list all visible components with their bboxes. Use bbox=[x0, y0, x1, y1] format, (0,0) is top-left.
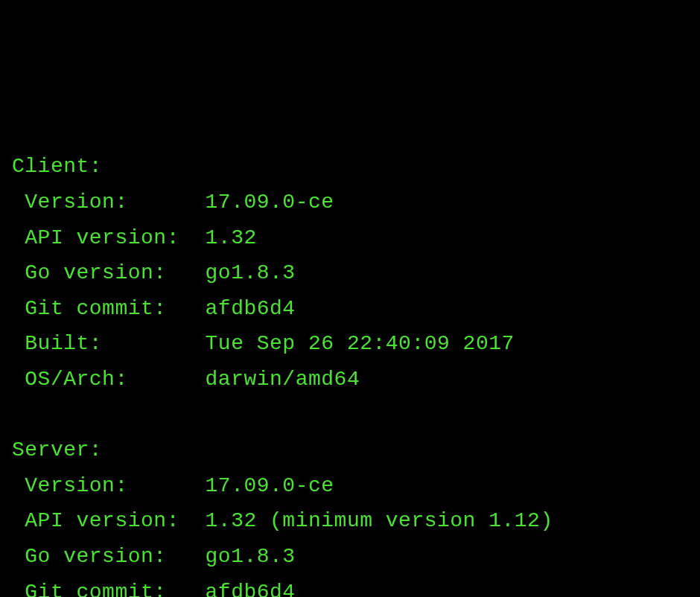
server-api-version-value: 1.32 (minimum version 1.12) bbox=[206, 509, 553, 532]
server-go-version-value: go1.8.3 bbox=[206, 545, 296, 568]
server-go-version-label: Go version: bbox=[12, 545, 206, 568]
server-api-version-label: API version: bbox=[12, 509, 206, 532]
client-os-arch-label: OS/Arch: bbox=[12, 368, 206, 391]
server-git-commit-value: afdb6d4 bbox=[206, 581, 296, 598]
server-git-commit-label: Git commit: bbox=[12, 581, 206, 598]
client-built-label: Built: bbox=[12, 332, 206, 355]
server-version-value: 17.09.0-ce bbox=[206, 474, 334, 497]
terminal-output: Client: Version: 17.09.0-ce API version:… bbox=[12, 149, 688, 597]
client-api-version-value: 1.32 bbox=[206, 226, 257, 249]
client-go-version-value: go1.8.3 bbox=[206, 261, 296, 284]
client-git-commit-label: Git commit: bbox=[12, 297, 206, 320]
client-git-commit-value: afdb6d4 bbox=[206, 297, 296, 320]
client-version-value: 17.09.0-ce bbox=[206, 191, 334, 214]
client-go-version-label: Go version: bbox=[12, 261, 206, 284]
client-api-version-label: API version: bbox=[12, 226, 206, 249]
client-version-label: Version: bbox=[12, 191, 206, 214]
client-os-arch-value: darwin/amd64 bbox=[206, 368, 360, 391]
server-header: Server: bbox=[12, 438, 102, 462]
server-version-label: Version: bbox=[12, 474, 206, 497]
client-header: Client: bbox=[12, 155, 102, 178]
client-built-value: Tue Sep 26 22:40:09 2017 bbox=[206, 332, 515, 355]
